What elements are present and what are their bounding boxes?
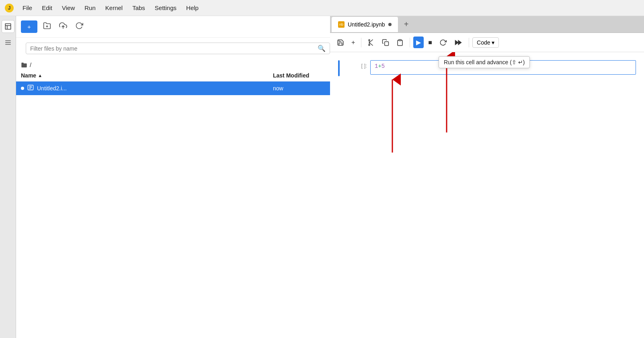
notebook-content[interactable]: [ ]: 1+5 (330, 52, 644, 338)
svg-point-11 (369, 39, 370, 41)
run-button[interactable]: ▶ (413, 37, 424, 48)
current-path: / (16, 59, 330, 71)
search-input[interactable] (30, 45, 318, 52)
code-operator: + (378, 63, 381, 69)
code-number-2: 5 (381, 63, 385, 69)
cell-code: 1+5 (375, 63, 385, 69)
menu-kernel[interactable]: Kernel (105, 3, 123, 13)
notebook-tab-label: Untitled2.ipynb (348, 21, 385, 28)
new-button[interactable]: + (21, 20, 37, 33)
menu-help[interactable]: Help (185, 3, 199, 13)
file-type-icon (27, 84, 34, 92)
cell-prompt: [ ]: (343, 60, 367, 69)
toolbar-divider-1 (361, 38, 361, 47)
modified-column-header[interactable]: Last Modified (273, 72, 325, 79)
cut-button[interactable] (365, 37, 377, 48)
notebook-toolbar: + (330, 33, 644, 52)
chevron-down-icon: ▾ (492, 39, 494, 46)
upload-button[interactable] (57, 20, 70, 33)
paste-button[interactable] (394, 37, 406, 48)
plus-icon: + (27, 23, 31, 30)
fast-forward-button[interactable] (451, 37, 466, 48)
refresh-button[interactable] (73, 20, 86, 33)
run-tooltip: Run this cell and advance (⇧ ↵) (439, 56, 530, 68)
cell-type-label: Code (477, 39, 490, 46)
file-table-header: Name ▲ Last Modified (16, 71, 330, 81)
menu-tabs[interactable]: Tabs (131, 3, 146, 13)
svg-rect-16 (399, 39, 401, 41)
unsaved-indicator (388, 23, 392, 26)
new-folder-button[interactable] (41, 20, 53, 33)
file-browser: + (16, 16, 330, 338)
annotation-arrows (330, 52, 644, 338)
menu-view[interactable]: View (61, 3, 76, 13)
svg-marker-18 (458, 40, 461, 45)
path-text: / (30, 61, 31, 68)
menubar: J File Edit View Run Kernel Tabs Setting… (0, 0, 644, 16)
name-column-header[interactable]: Name ▲ (21, 72, 273, 79)
notebook-area: nb Untitled2.ipynb + + (330, 16, 644, 338)
toolbar-divider-2 (410, 38, 410, 47)
menu-settings[interactable]: Settings (154, 3, 177, 13)
svg-marker-17 (455, 40, 458, 45)
save-button[interactable] (334, 37, 347, 48)
svg-rect-15 (385, 41, 389, 45)
table-row[interactable]: Untitled2.i... now (16, 81, 330, 95)
search-icon: 🔍 (318, 45, 326, 52)
search-container: 🔍 (16, 38, 330, 59)
notebook-tab-icon: nb (338, 21, 345, 28)
file-browser-toolbar: + (16, 16, 330, 38)
add-cell-button[interactable]: + (349, 37, 358, 48)
toolbar-divider-3 (469, 38, 469, 47)
svg-point-10 (369, 44, 370, 45)
cell-type-dropdown[interactable]: Code ▾ (472, 37, 499, 48)
app-logo: J (5, 4, 14, 12)
empty-area (16, 95, 330, 338)
notebook-tab[interactable]: nb Untitled2.ipynb (332, 17, 398, 32)
stop-button[interactable]: ■ (425, 37, 435, 48)
file-modified: now (273, 85, 325, 92)
new-tab-button[interactable]: + (400, 18, 413, 31)
main-layout: + (0, 16, 644, 338)
files-icon[interactable] (2, 20, 14, 33)
file-modified-dot (21, 87, 24, 90)
cell-active-bar (338, 60, 340, 76)
file-name: Untitled2.i... (37, 85, 273, 92)
restart-button[interactable] (437, 37, 449, 48)
menu-icon[interactable] (2, 36, 14, 49)
menu-edit[interactable]: Edit (41, 3, 53, 13)
copy-button[interactable] (379, 37, 392, 48)
menu-run[interactable]: Run (84, 3, 96, 13)
tab-bar: nb Untitled2.ipynb + (330, 16, 644, 33)
folder-icon (21, 62, 27, 68)
menu-file[interactable]: File (22, 3, 33, 13)
sidebar-icon-column (0, 16, 16, 338)
search-box[interactable]: 🔍 (26, 43, 330, 54)
